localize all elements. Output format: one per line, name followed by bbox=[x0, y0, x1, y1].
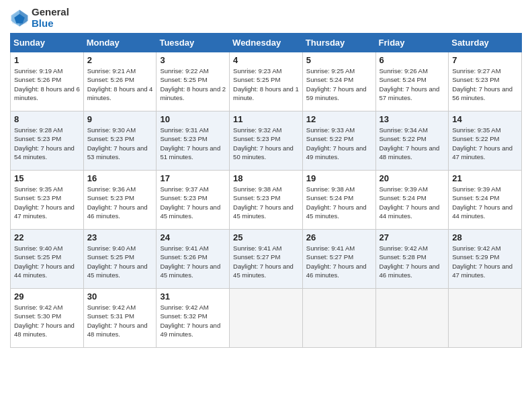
calendar-cell: 10Sunrise: 9:31 AMSunset: 5:23 PMDayligh… bbox=[157, 111, 230, 171]
day-info: Sunrise: 9:40 AMSunset: 5:25 PMDaylight:… bbox=[14, 244, 80, 279]
calendar-cell: 14Sunrise: 9:35 AMSunset: 5:22 PMDayligh… bbox=[449, 111, 522, 171]
day-info: Sunrise: 9:42 AMSunset: 5:32 PMDaylight:… bbox=[160, 303, 226, 338]
calendar-cell: 31Sunrise: 9:42 AMSunset: 5:32 PMDayligh… bbox=[157, 289, 230, 348]
day-number: 4 bbox=[233, 55, 299, 65]
calendar-cell: 1Sunrise: 9:19 AMSunset: 5:26 PMDaylight… bbox=[11, 52, 84, 111]
calendar-cell: 12Sunrise: 9:33 AMSunset: 5:22 PMDayligh… bbox=[302, 111, 375, 171]
day-number: 26 bbox=[306, 232, 372, 242]
day-number: 20 bbox=[380, 173, 445, 183]
day-info: Sunrise: 9:42 AMSunset: 5:28 PMDaylight:… bbox=[380, 244, 445, 279]
day-number: 25 bbox=[233, 232, 299, 242]
calendar-cell: 15Sunrise: 9:35 AMSunset: 5:23 PMDayligh… bbox=[11, 171, 84, 230]
calendar-cell: 8Sunrise: 9:28 AMSunset: 5:23 PMDaylight… bbox=[11, 111, 84, 171]
day-info: Sunrise: 9:27 AMSunset: 5:23 PMDaylight:… bbox=[452, 66, 518, 102]
col-header-saturday: Saturday bbox=[449, 34, 522, 52]
day-number: 27 bbox=[380, 232, 445, 242]
day-number: 18 bbox=[233, 173, 299, 183]
calendar-cell: 30Sunrise: 9:42 AMSunset: 5:31 PMDayligh… bbox=[83, 289, 157, 348]
day-number: 10 bbox=[160, 114, 226, 124]
calendar-cell: 23Sunrise: 9:40 AMSunset: 5:25 PMDayligh… bbox=[83, 230, 157, 289]
calendar-cell bbox=[449, 289, 522, 348]
calendar-cell: 5Sunrise: 9:25 AMSunset: 5:24 PMDaylight… bbox=[302, 52, 375, 111]
day-number: 21 bbox=[452, 173, 518, 183]
col-header-friday: Friday bbox=[375, 34, 449, 52]
calendar-cell: 25Sunrise: 9:41 AMSunset: 5:27 PMDayligh… bbox=[230, 230, 303, 289]
logo: General Blue bbox=[10, 7, 69, 29]
calendar-cell: 22Sunrise: 9:40 AMSunset: 5:25 PMDayligh… bbox=[11, 230, 84, 289]
day-number: 2 bbox=[87, 55, 153, 65]
calendar-cell: 2Sunrise: 9:21 AMSunset: 5:26 PMDaylight… bbox=[83, 52, 157, 111]
page-container: General Blue SundayMondayTuesdayWednesda… bbox=[0, 0, 532, 355]
col-header-tuesday: Tuesday bbox=[157, 34, 230, 52]
calendar-week-row: 15Sunrise: 9:35 AMSunset: 5:23 PMDayligh… bbox=[11, 171, 522, 230]
day-info: Sunrise: 9:42 AMSunset: 5:29 PMDaylight:… bbox=[452, 244, 518, 279]
day-number: 9 bbox=[87, 114, 153, 124]
calendar-cell bbox=[302, 289, 375, 348]
col-header-monday: Monday bbox=[83, 34, 157, 52]
col-header-sunday: Sunday bbox=[11, 34, 84, 52]
day-number: 24 bbox=[160, 232, 226, 242]
day-number: 19 bbox=[306, 173, 372, 183]
day-info: Sunrise: 9:22 AMSunset: 5:25 PMDaylight:… bbox=[160, 66, 226, 102]
calendar-cell bbox=[375, 289, 449, 348]
calendar-cell: 21Sunrise: 9:39 AMSunset: 5:24 PMDayligh… bbox=[449, 171, 522, 230]
day-info: Sunrise: 9:34 AMSunset: 5:22 PMDaylight:… bbox=[380, 126, 445, 161]
col-header-thursday: Thursday bbox=[302, 34, 375, 52]
calendar-cell: 19Sunrise: 9:38 AMSunset: 5:24 PMDayligh… bbox=[302, 171, 375, 230]
day-number: 17 bbox=[160, 173, 226, 183]
calendar-cell: 28Sunrise: 9:42 AMSunset: 5:29 PMDayligh… bbox=[449, 230, 522, 289]
day-info: Sunrise: 9:19 AMSunset: 5:26 PMDaylight:… bbox=[14, 66, 80, 102]
day-number: 16 bbox=[87, 173, 153, 183]
calendar-header-row: SundayMondayTuesdayWednesdayThursdayFrid… bbox=[11, 34, 522, 52]
calendar-cell: 4Sunrise: 9:23 AMSunset: 5:25 PMDaylight… bbox=[230, 52, 303, 111]
day-number: 31 bbox=[160, 291, 226, 302]
calendar-cell: 18Sunrise: 9:38 AMSunset: 5:23 PMDayligh… bbox=[230, 171, 303, 230]
day-info: Sunrise: 9:42 AMSunset: 5:30 PMDaylight:… bbox=[14, 303, 80, 338]
day-info: Sunrise: 9:26 AMSunset: 5:24 PMDaylight:… bbox=[380, 66, 445, 102]
day-number: 12 bbox=[306, 114, 372, 124]
day-info: Sunrise: 9:38 AMSunset: 5:23 PMDaylight:… bbox=[233, 185, 299, 220]
day-info: Sunrise: 9:41 AMSunset: 5:27 PMDaylight:… bbox=[306, 244, 372, 279]
calendar-cell: 3Sunrise: 9:22 AMSunset: 5:25 PMDaylight… bbox=[157, 52, 230, 111]
day-info: Sunrise: 9:36 AMSunset: 5:23 PMDaylight:… bbox=[87, 185, 153, 220]
day-info: Sunrise: 9:21 AMSunset: 5:26 PMDaylight:… bbox=[87, 66, 153, 102]
calendar-week-row: 8Sunrise: 9:28 AMSunset: 5:23 PMDaylight… bbox=[11, 111, 522, 171]
day-info: Sunrise: 9:23 AMSunset: 5:25 PMDaylight:… bbox=[233, 66, 299, 102]
day-info: Sunrise: 9:40 AMSunset: 5:25 PMDaylight:… bbox=[87, 244, 153, 279]
day-number: 3 bbox=[160, 55, 226, 65]
calendar-cell: 24Sunrise: 9:41 AMSunset: 5:26 PMDayligh… bbox=[157, 230, 230, 289]
day-number: 1 bbox=[14, 55, 80, 65]
calendar-cell bbox=[230, 289, 303, 348]
day-info: Sunrise: 9:39 AMSunset: 5:24 PMDaylight:… bbox=[380, 185, 445, 220]
calendar-cell: 29Sunrise: 9:42 AMSunset: 5:30 PMDayligh… bbox=[11, 289, 84, 348]
day-info: Sunrise: 9:25 AMSunset: 5:24 PMDaylight:… bbox=[306, 66, 372, 102]
day-number: 29 bbox=[14, 291, 80, 302]
day-info: Sunrise: 9:35 AMSunset: 5:22 PMDaylight:… bbox=[452, 126, 518, 161]
calendar-week-row: 29Sunrise: 9:42 AMSunset: 5:30 PMDayligh… bbox=[11, 289, 522, 348]
day-info: Sunrise: 9:41 AMSunset: 5:27 PMDaylight:… bbox=[233, 244, 299, 279]
day-number: 22 bbox=[14, 232, 80, 242]
day-info: Sunrise: 9:32 AMSunset: 5:23 PMDaylight:… bbox=[233, 126, 299, 161]
day-number: 11 bbox=[233, 114, 299, 124]
day-number: 15 bbox=[14, 173, 80, 183]
calendar-cell: 20Sunrise: 9:39 AMSunset: 5:24 PMDayligh… bbox=[375, 171, 449, 230]
calendar-table: SundayMondayTuesdayWednesdayThursdayFrid… bbox=[10, 33, 522, 348]
day-info: Sunrise: 9:30 AMSunset: 5:23 PMDaylight:… bbox=[87, 126, 153, 161]
calendar-week-row: 22Sunrise: 9:40 AMSunset: 5:25 PMDayligh… bbox=[11, 230, 522, 289]
day-number: 28 bbox=[452, 232, 518, 242]
day-number: 7 bbox=[452, 55, 518, 65]
day-info: Sunrise: 9:28 AMSunset: 5:23 PMDaylight:… bbox=[14, 126, 80, 161]
day-number: 30 bbox=[87, 291, 153, 302]
day-number: 14 bbox=[452, 114, 518, 124]
day-number: 13 bbox=[380, 114, 445, 124]
day-info: Sunrise: 9:39 AMSunset: 5:24 PMDaylight:… bbox=[452, 185, 518, 220]
day-info: Sunrise: 9:37 AMSunset: 5:23 PMDaylight:… bbox=[160, 185, 226, 220]
calendar-cell: 26Sunrise: 9:41 AMSunset: 5:27 PMDayligh… bbox=[302, 230, 375, 289]
logo-text: General Blue bbox=[32, 7, 69, 29]
col-header-wednesday: Wednesday bbox=[230, 34, 303, 52]
calendar-cell: 9Sunrise: 9:30 AMSunset: 5:23 PMDaylight… bbox=[83, 111, 157, 171]
day-info: Sunrise: 9:41 AMSunset: 5:26 PMDaylight:… bbox=[160, 244, 226, 279]
calendar-week-row: 1Sunrise: 9:19 AMSunset: 5:26 PMDaylight… bbox=[11, 52, 522, 111]
logo-icon bbox=[10, 9, 29, 28]
calendar-cell: 7Sunrise: 9:27 AMSunset: 5:23 PMDaylight… bbox=[449, 52, 522, 111]
